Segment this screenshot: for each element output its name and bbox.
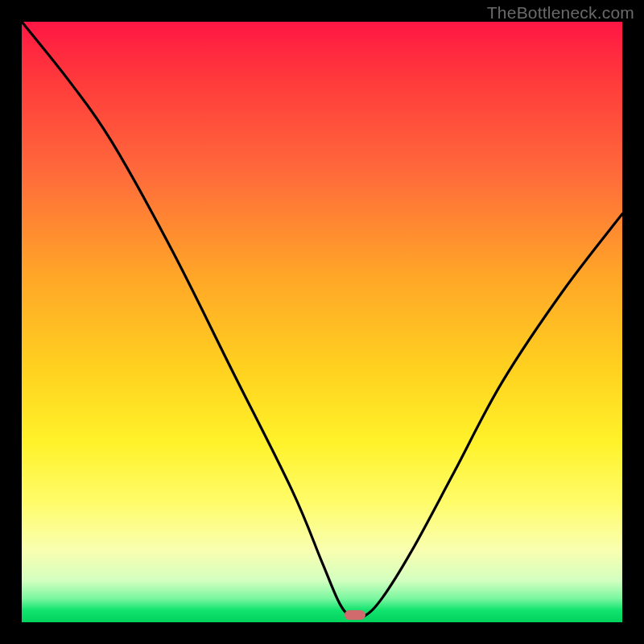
plot-area <box>22 22 622 622</box>
chart-frame: TheBottleneck.com <box>0 0 644 644</box>
minimum-marker <box>345 610 365 620</box>
bottleneck-curve <box>22 22 622 622</box>
watermark-text: TheBottleneck.com <box>487 3 634 23</box>
